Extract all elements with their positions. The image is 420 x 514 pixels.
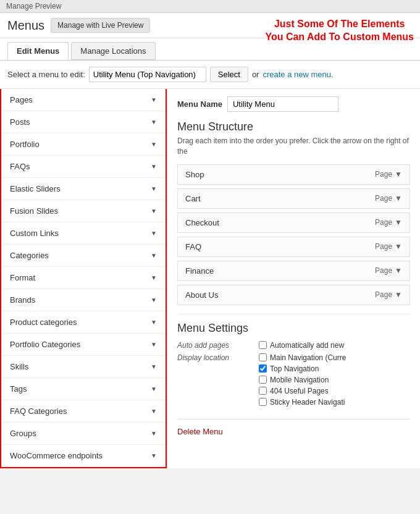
chevron-about-us: ▼ [395,290,402,299]
menu-item-checkout[interactable]: Checkout Page ▼ [177,213,410,233]
left-item-faqs[interactable]: FAQs ▼ [1,156,166,178]
chevron-pages: ▼ [151,96,157,103]
left-item-fusion-slides[interactable]: Fusion Slides ▼ [1,200,166,222]
left-item-portfolio[interactable]: Portfolio ▼ [1,133,166,156]
left-item-tags[interactable]: Tags ▼ [1,378,166,400]
chevron-skills: ▼ [151,363,157,370]
or-text: or [252,70,259,79]
chevron-brands: ▼ [151,297,157,303]
chevron-custom-links: ▼ [151,230,157,237]
tabs-bar: Edit Menus Manage Locations [0,38,420,61]
left-item-categories[interactable]: Categories ▼ [1,245,166,267]
chevron-posts: ▼ [151,119,157,125]
chevron-faq: ▼ [395,242,402,251]
manage-preview-label: Manage Preview [6,2,61,11]
chevron-groups: ▼ [151,430,157,437]
chevron-faq-categories: ▼ [151,408,157,415]
left-item-format[interactable]: Format ▼ [1,267,166,289]
left-item-faq-categories[interactable]: FAQ Categories ▼ [1,400,166,423]
chevron-portfolio: ▼ [151,141,157,148]
menu-item-about-us[interactable]: About Us Page ▼ [177,285,410,305]
chevron-format: ▼ [151,274,157,281]
menu-settings-title: Menu Settings [177,314,410,335]
menu-structure-desc: Drag each item into the order you prefer… [177,136,410,157]
top-nav-checkbox[interactable] [259,364,267,373]
manage-preview-bar: Manage Preview [0,0,420,13]
tab-manage-locations[interactable]: Manage Locations [71,42,155,60]
chevron-elastic-sliders: ▼ [151,185,157,192]
left-item-custom-links[interactable]: Custom Links ▼ [1,222,166,245]
menu-structure-title: Menu Structure [177,120,410,133]
live-preview-button[interactable]: Manage with Live Preview [51,18,150,33]
display-location-row: Display location Main Navigation (Curre … [177,353,410,407]
menu-item-faq[interactable]: FAQ Page ▼ [177,237,410,257]
select-prefix: Select a menu to edit: [7,70,85,79]
select-button[interactable]: Select [210,67,248,82]
menu-item-cart[interactable]: Cart Page ▼ [177,188,410,209]
location-sticky-header[interactable]: Sticky Header Navigati [259,398,346,407]
menu-items-list: Shop Page ▼ Cart Page ▼ Checkout [177,164,410,305]
chevron-woocommerce-endpoints: ▼ [151,452,157,459]
auto-add-row: Auto add pages Automatically add new [177,341,410,350]
chevron-cart: ▼ [395,194,402,203]
left-item-product-categories[interactable]: Product categories ▼ [1,311,166,334]
left-item-elastic-sliders[interactable]: Elastic Sliders ▼ [1,178,166,200]
left-item-skills[interactable]: Skills ▼ [1,356,166,378]
main-content: Pages ▼ Posts ▼ Portfolio ▼ FAQs ▼ Elast… [0,89,420,468]
annotation-line1: Just Some Of The Elements [265,18,414,31]
menu-name-row: Menu Name [177,96,410,112]
chevron-checkout: ▼ [395,218,402,227]
chevron-fusion-slides: ▼ [151,208,157,214]
location-mobile-nav[interactable]: Mobile Navigation [259,376,346,384]
main-nav-checkbox[interactable] [259,353,267,361]
location-main-nav[interactable]: Main Navigation (Curre [259,353,346,362]
chevron-finance: ▼ [395,266,402,275]
menu-item-shop[interactable]: Shop Page ▼ [177,164,410,185]
auto-add-checkbox[interactable] [259,341,267,349]
menu-select-input[interactable] [89,67,206,82]
location-top-nav[interactable]: Top Navigation [259,364,346,373]
left-item-portfolio-categories[interactable]: Portfolio Categories ▼ [1,334,166,356]
create-new-menu-link[interactable]: create a new menu. [262,70,333,79]
chevron-tags: ▼ [151,386,157,392]
chevron-product-categories: ▼ [151,319,157,326]
chevron-portfolio-categories: ▼ [151,341,157,348]
chevron-categories: ▼ [151,252,157,259]
location-404[interactable]: 404 Useful Pages [259,387,346,395]
tab-edit-menus[interactable]: Edit Menus [7,42,69,60]
left-item-posts[interactable]: Posts ▼ [1,111,166,133]
menu-name-input[interactable] [227,96,338,112]
page-title: Menus [7,19,44,33]
auto-add-option[interactable]: Automatically add new [259,341,344,350]
left-item-woocommerce-endpoints[interactable]: WooCommerce endpoints ▼ [1,445,166,467]
left-item-pages[interactable]: Pages ▼ [1,89,166,111]
sticky-header-checkbox[interactable] [259,398,267,406]
menu-select-bar: Select a menu to edit: Select or create … [0,61,420,89]
chevron-shop: ▼ [395,170,402,179]
left-panel: Pages ▼ Posts ▼ Portfolio ▼ FAQs ▼ Elast… [0,89,167,468]
menu-item-finance[interactable]: Finance Page ▼ [177,261,410,281]
right-panel: Menu Name Menu Structure Drag each item … [167,89,420,468]
left-item-groups[interactable]: Groups ▼ [1,423,166,445]
mobile-nav-checkbox[interactable] [259,376,267,384]
delete-menu-link[interactable]: Delete Menu [177,419,410,436]
404-checkbox[interactable] [259,387,267,395]
chevron-faqs: ▼ [151,163,157,170]
menu-name-label: Menu Name [177,99,222,109]
left-item-brands[interactable]: Brands ▼ [1,289,166,311]
